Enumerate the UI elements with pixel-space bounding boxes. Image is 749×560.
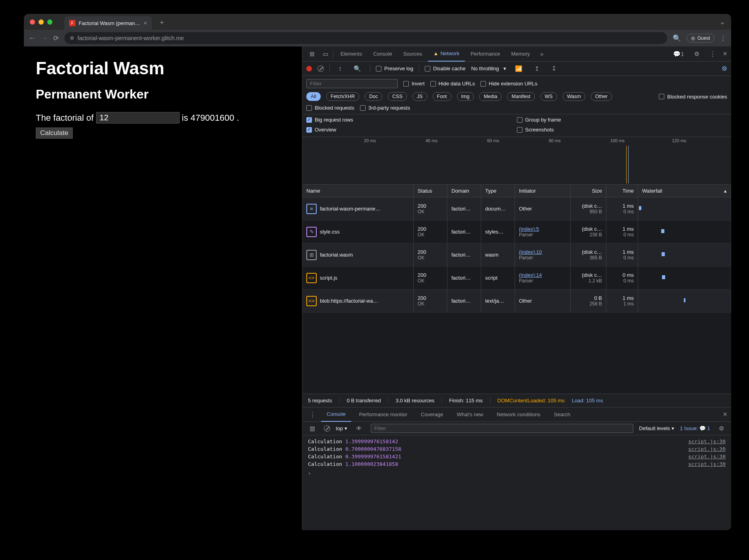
- drawer-tab-performance-monitor[interactable]: Performance monitor: [354, 407, 413, 422]
- drawer-menu-icon[interactable]: ⋮: [306, 411, 319, 418]
- browser-menu-icon[interactable]: ⋮: [720, 35, 726, 42]
- tabs-dropdown-icon[interactable]: ⌄: [720, 18, 725, 26]
- window-minimize[interactable]: [39, 19, 44, 25]
- back-button[interactable]: ←: [29, 34, 35, 42]
- filter-chip-img[interactable]: Img: [457, 92, 474, 101]
- filter-chip-all[interactable]: All: [306, 92, 321, 101]
- close-devtools-icon[interactable]: ×: [723, 50, 727, 58]
- drawer-tab-search[interactable]: Search: [548, 407, 576, 422]
- live-expression-icon[interactable]: 👁: [353, 425, 365, 432]
- column-header-status[interactable]: Status: [414, 185, 447, 197]
- devtools-tab-sources[interactable]: Sources: [398, 46, 428, 62]
- browser-tab[interactable]: F Factorial Wasm (permanent \ ×: [64, 16, 152, 30]
- column-header-type[interactable]: Type: [481, 185, 515, 197]
- network-status-bar: 5 requests 0 B transferred 3.0 kB resour…: [302, 394, 731, 407]
- log-source-link[interactable]: script.js:30: [688, 454, 726, 460]
- settings-icon[interactable]: ⚙: [691, 50, 703, 58]
- clear-button[interactable]: [317, 66, 324, 72]
- column-header-initiator[interactable]: Initiator: [515, 185, 571, 197]
- sidebar-toggle-icon[interactable]: ▥: [306, 425, 318, 432]
- column-header-name[interactable]: Name: [302, 185, 414, 197]
- log-levels-select[interactable]: Default levels ▾: [639, 425, 674, 431]
- filter-chip-wasm[interactable]: Wasm: [563, 92, 585, 101]
- column-header-waterfall[interactable]: Waterfall ▴: [638, 185, 731, 197]
- wasm-file-icon: ⊞: [306, 250, 317, 260]
- devtools-menu-icon[interactable]: ⋮: [706, 50, 719, 58]
- console-prompt[interactable]: ›: [308, 470, 726, 476]
- column-header-domain[interactable]: Domain: [447, 185, 481, 197]
- log-source-link[interactable]: script.js:30: [688, 446, 726, 452]
- request-row[interactable]: ≡factorial-wasm-permane…200OKfactori…doc…: [302, 197, 731, 220]
- upload-har-icon[interactable]: ↥: [531, 65, 543, 72]
- request-row[interactable]: ✎style.css200OKfactori…styles…(index):5P…: [302, 220, 731, 243]
- network-overview-timeline[interactable]: 20 ms40 ms60 ms80 ms100 ms120 ms: [302, 137, 731, 185]
- network-conditions-icon[interactable]: 📶: [512, 65, 526, 72]
- disable-cache-toggle[interactable]: Disable cache: [425, 66, 466, 71]
- filter-chip-other[interactable]: Other: [591, 92, 612, 101]
- request-row[interactable]: ⊞factorial.wasm200OKfactori…wasm(index):…: [302, 243, 731, 266]
- url-input[interactable]: ⚙ factorial-wasm-permanent-worker.glitch…: [64, 32, 667, 44]
- filter-chip-css[interactable]: CSS: [388, 92, 407, 101]
- devtools-tab-console[interactable]: Console: [368, 46, 398, 62]
- record-button[interactable]: [306, 66, 312, 71]
- request-row[interactable]: <>script.js200OKfactori…script(index):14…: [302, 266, 731, 290]
- blocked-requests-toggle[interactable]: Blocked requests: [306, 105, 354, 111]
- drawer-tab-network-conditions[interactable]: Network conditions: [491, 407, 546, 422]
- devtools-tab-network[interactable]: ▲ Network: [428, 46, 465, 62]
- issues-link[interactable]: 1 Issue: 💬 1: [680, 425, 710, 431]
- zoom-icon[interactable]: 🔍: [673, 34, 681, 42]
- column-header-time[interactable]: Time: [606, 185, 638, 197]
- invert-toggle[interactable]: Invert: [403, 81, 425, 87]
- reload-button[interactable]: ⟳: [53, 34, 59, 42]
- column-header-size[interactable]: Size: [571, 185, 606, 197]
- request-row[interactable]: <>blob:https://factorial-wa…200OKfactori…: [302, 290, 731, 313]
- messages-icon[interactable]: 💬1: [670, 50, 687, 58]
- hide-data-urls-toggle[interactable]: Hide data URLs: [430, 81, 475, 87]
- log-source-link[interactable]: script.js:30: [688, 438, 726, 444]
- device-toggle-icon[interactable]: ▭: [319, 50, 331, 58]
- preserve-log-toggle[interactable]: Preserve log: [376, 66, 413, 71]
- throttling-select[interactable]: No throttling ▾: [471, 66, 506, 71]
- screenshots-toggle[interactable]: Screenshots: [517, 127, 728, 133]
- drawer-tab-what's-new[interactable]: What's new: [451, 407, 489, 422]
- devtools-tab-performance[interactable]: Performance: [465, 46, 505, 62]
- filter-toggle-icon[interactable]: ⫶: [335, 65, 345, 72]
- search-icon[interactable]: 🔍: [350, 65, 364, 72]
- filter-chip-manifest[interactable]: Manifest: [507, 92, 534, 101]
- tab-close-icon[interactable]: ×: [144, 20, 147, 26]
- factorial-input[interactable]: [96, 112, 180, 124]
- group-by-frame-toggle[interactable]: Group by frame: [517, 117, 728, 123]
- context-select[interactable]: top ▾: [336, 425, 347, 431]
- big-rows-toggle[interactable]: Big request rows: [306, 117, 517, 123]
- site-info-icon[interactable]: ⚙: [70, 35, 74, 41]
- new-tab-button[interactable]: +: [160, 19, 164, 27]
- more-tabs-icon[interactable]: »: [537, 50, 547, 57]
- profile-chip[interactable]: ◎ Guest: [687, 34, 714, 42]
- window-zoom[interactable]: [47, 19, 52, 25]
- drawer-close-icon[interactable]: ×: [723, 410, 727, 419]
- filter-chip-ws[interactable]: WS: [540, 92, 557, 101]
- devtools-tab-elements[interactable]: Elements: [335, 46, 368, 62]
- overview-toggle[interactable]: Overview: [306, 127, 517, 133]
- filter-chip-doc[interactable]: Doc: [365, 92, 382, 101]
- inspect-icon[interactable]: ⊞: [306, 50, 318, 58]
- network-settings-icon[interactable]: ⚙: [722, 65, 727, 72]
- network-filter-input[interactable]: [306, 79, 398, 88]
- third-party-toggle[interactable]: 3rd-party requests: [360, 105, 410, 111]
- blocked-cookies-toggle[interactable]: Blocked response cookies: [659, 94, 727, 100]
- window-close[interactable]: [30, 19, 35, 25]
- drawer-tab-coverage[interactable]: Coverage: [415, 407, 449, 422]
- console-settings-icon[interactable]: ⚙: [716, 425, 727, 432]
- console-filter-input[interactable]: [371, 424, 634, 433]
- drawer-tab-console[interactable]: Console: [321, 407, 351, 422]
- filter-chip-font[interactable]: Font: [433, 92, 451, 101]
- filter-chip-media[interactable]: Media: [479, 92, 501, 101]
- log-source-link[interactable]: script.js:30: [688, 461, 726, 467]
- calculate-button[interactable]: Calculate: [36, 127, 73, 139]
- clear-console-icon[interactable]: [324, 425, 330, 432]
- hide-ext-urls-toggle[interactable]: Hide extension URLs: [480, 81, 537, 87]
- filter-chip-fetchxhr[interactable]: Fetch/XHR: [326, 92, 359, 101]
- filter-chip-js[interactable]: JS: [412, 92, 427, 101]
- devtools-tab-memory[interactable]: Memory: [506, 46, 536, 62]
- download-har-icon[interactable]: ↧: [548, 65, 560, 72]
